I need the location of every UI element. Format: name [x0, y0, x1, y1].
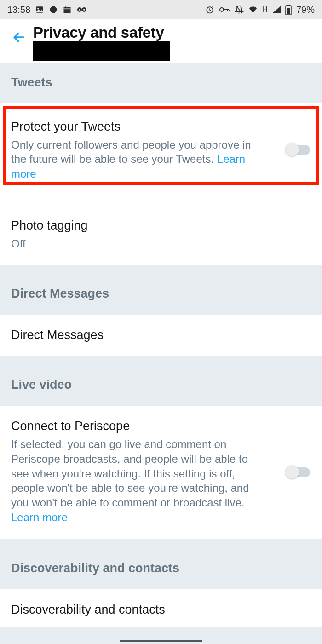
svg-point-10 — [83, 9, 85, 11]
section-header-label: Tweets — [11, 75, 311, 90]
setting-protect-tweets[interactable]: Protect your Tweets Only current followe… — [0, 103, 322, 198]
setting-value: Off — [11, 236, 311, 251]
toggle-knob — [285, 143, 299, 156]
status-right-group: H 79% — [205, 5, 315, 15]
section-header-label: Discoverability and contacts — [11, 561, 311, 575]
learn-more-link[interactable]: Learn more — [11, 511, 68, 523]
setting-desc: If selected, you can go live and comment… — [11, 437, 311, 524]
toggle-knob — [285, 465, 299, 479]
status-bar: 13:58 H 79% — [0, 0, 322, 19]
setting-periscope[interactable]: Connect to Periscope If selected, you ca… — [0, 406, 322, 539]
mask-icon — [76, 6, 87, 13]
redacted-subtitle — [33, 41, 170, 61]
setting-title: Photo tagging — [11, 218, 311, 234]
protect-tweets-toggle[interactable] — [286, 145, 310, 155]
section-header-dm: Direct Messages — [0, 264, 322, 315]
setting-desc-text: If selected, you can go live and comment… — [11, 438, 249, 509]
svg-point-12 — [220, 8, 224, 12]
app-header: Privacy and safety — [0, 19, 322, 63]
network-label: H — [262, 5, 268, 14]
svg-rect-4 — [65, 6, 66, 8]
periscope-toggle[interactable] — [286, 467, 310, 477]
section-header-discoverability: Discoverability and contacts — [0, 539, 322, 589]
section-header-tweets: Tweets — [0, 63, 322, 103]
image-icon — [35, 5, 44, 14]
circle-icon — [49, 5, 58, 14]
key-icon — [219, 6, 230, 13]
nav-indicator — [120, 640, 202, 642]
svg-rect-6 — [64, 9, 71, 10]
section-header-live-video: Live video — [0, 356, 322, 406]
svg-rect-5 — [69, 6, 69, 8]
status-time: 13:58 — [7, 5, 30, 15]
calendar-icon — [63, 5, 72, 14]
setting-title: Connect to Periscope — [11, 419, 311, 434]
back-button[interactable] — [7, 24, 33, 49]
alarm-icon — [205, 5, 214, 14]
setting-discoverability[interactable]: Discoverability and contacts — [0, 589, 322, 627]
svg-point-2 — [50, 6, 57, 13]
setting-title: Direct Messages — [11, 328, 311, 343]
setting-desc-text: Only current followers and people you ap… — [11, 138, 251, 166]
setting-title: Discoverability and contacts — [11, 602, 311, 618]
battery-icon — [285, 5, 292, 15]
wifi-icon — [248, 6, 258, 13]
svg-rect-3 — [64, 7, 71, 13]
svg-rect-15 — [287, 8, 290, 14]
section-header-label: Live video — [11, 378, 311, 392]
section-header-label: Direct Messages — [11, 287, 311, 301]
svg-point-9 — [79, 9, 80, 11]
status-left-group: 13:58 — [7, 5, 87, 15]
setting-photo-tagging[interactable]: Photo tagging Off — [0, 198, 322, 264]
setting-desc: Only current followers and people you ap… — [11, 138, 311, 181]
signal-icon — [272, 6, 281, 13]
setting-title: Protect your Tweets — [11, 119, 311, 135]
battery-percent: 79% — [296, 5, 315, 15]
svg-point-1 — [37, 8, 39, 9]
setting-direct-messages[interactable]: Direct Messages — [0, 315, 322, 356]
bell-off-icon — [235, 5, 244, 14]
page-title: Privacy and safety — [33, 24, 315, 41]
